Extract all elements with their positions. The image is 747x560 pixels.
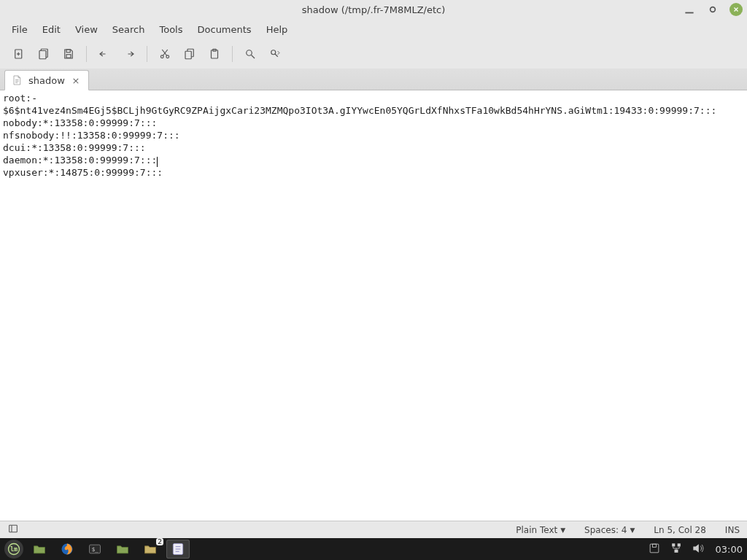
insert-mode-indicator[interactable]: INS bbox=[725, 525, 740, 535]
cursor-position: Ln 5, Col 28 bbox=[654, 525, 706, 535]
tray-removable-media-icon[interactable] bbox=[647, 541, 662, 558]
svg-line-14 bbox=[162, 50, 166, 55]
tab-active[interactable]: shadow × bbox=[4, 70, 89, 90]
svg-line-22 bbox=[275, 54, 278, 57]
svg-rect-40 bbox=[677, 543, 680, 546]
new-file-button[interactable] bbox=[7, 42, 31, 66]
side-panel-toggle[interactable] bbox=[7, 523, 19, 537]
svg-line-20 bbox=[252, 55, 255, 59]
taskbar-text-editor-window[interactable] bbox=[166, 540, 190, 559]
menu-documents[interactable]: Documents bbox=[192, 22, 258, 37]
replace-button[interactable] bbox=[263, 42, 287, 66]
window-controls bbox=[683, 0, 743, 19]
window-titlebar: shadow (/tmp/.fr-7M8MLZ/etc) bbox=[0, 0, 747, 19]
tab-close-button[interactable]: × bbox=[71, 75, 81, 85]
cut-button[interactable] bbox=[153, 42, 177, 66]
open-file-button[interactable] bbox=[32, 42, 55, 66]
svg-rect-37 bbox=[650, 544, 659, 553]
tray-clock[interactable]: 03:00 bbox=[716, 544, 743, 555]
copy-button[interactable] bbox=[178, 42, 201, 66]
chevron-down-icon: ▼ bbox=[560, 526, 565, 534]
svg-rect-16 bbox=[185, 51, 191, 59]
svg-rect-38 bbox=[652, 544, 656, 547]
menu-edit[interactable]: Edit bbox=[36, 22, 66, 37]
svg-rect-39 bbox=[672, 543, 675, 546]
indent-selector[interactable]: Spaces: 4 ▼ bbox=[584, 525, 635, 535]
toolbar bbox=[0, 39, 747, 69]
tab-label: shadow bbox=[28, 75, 65, 86]
svg-rect-9 bbox=[66, 50, 70, 52]
indent-label: Spaces: 4 bbox=[584, 525, 627, 535]
taskbar-firefox-launcher[interactable] bbox=[55, 540, 79, 559]
window-count-badge: 2 bbox=[156, 538, 163, 545]
syntax-mode-selector[interactable]: Plain Text ▼ bbox=[516, 525, 565, 535]
document-icon bbox=[11, 74, 23, 86]
undo-button[interactable] bbox=[93, 42, 116, 66]
menu-view[interactable]: View bbox=[69, 22, 104, 37]
svg-rect-26 bbox=[9, 525, 18, 532]
svg-point-1 bbox=[711, 7, 716, 12]
tray-network-icon[interactable] bbox=[669, 541, 684, 558]
menubar: File Edit View Search Tools Documents He… bbox=[0, 19, 747, 39]
syntax-mode-label: Plain Text bbox=[516, 525, 557, 535]
search-button[interactable] bbox=[239, 42, 262, 66]
menu-tools[interactable]: Tools bbox=[153, 22, 188, 37]
maximize-button[interactable] bbox=[706, 3, 719, 16]
svg-text:$_: $_ bbox=[92, 546, 99, 553]
taskbar-files-launcher[interactable] bbox=[28, 540, 51, 559]
minimize-button[interactable] bbox=[683, 3, 696, 16]
svg-rect-8 bbox=[39, 51, 46, 59]
toolbar-separator bbox=[147, 46, 147, 62]
svg-point-11 bbox=[160, 55, 163, 58]
menu-search[interactable]: Search bbox=[107, 22, 151, 37]
svg-point-19 bbox=[247, 50, 252, 56]
svg-rect-41 bbox=[674, 549, 678, 552]
close-button[interactable] bbox=[729, 3, 743, 16]
chevron-down-icon: ▼ bbox=[630, 526, 635, 534]
text-editor-area[interactable]: root:- $6$nt41vez4nSm4EGj5$BCLjh9GtGyRC9… bbox=[0, 90, 747, 521]
toolbar-separator bbox=[86, 46, 87, 62]
menu-help[interactable]: Help bbox=[260, 22, 294, 37]
tab-bar: shadow × bbox=[0, 69, 747, 90]
window-title: shadow (/tmp/.fr-7M8MLZ/etc) bbox=[302, 4, 446, 15]
paste-button[interactable] bbox=[203, 42, 226, 66]
save-button[interactable] bbox=[57, 42, 80, 66]
svg-line-13 bbox=[163, 50, 167, 55]
tray-volume-icon[interactable] bbox=[691, 541, 705, 558]
toolbar-separator bbox=[232, 46, 233, 62]
svg-point-21 bbox=[271, 50, 276, 55]
redo-button[interactable] bbox=[117, 42, 141, 66]
start-menu-button[interactable]: lm bbox=[4, 540, 23, 559]
editor-statusbar: Plain Text ▼ Spaces: 4 ▼ Ln 5, Col 28 IN… bbox=[0, 521, 747, 538]
svg-text:lm: lm bbox=[10, 545, 18, 553]
svg-point-12 bbox=[166, 55, 169, 58]
system-tray: 03:00 bbox=[647, 541, 743, 558]
taskbar-archive-window[interactable]: 2 bbox=[139, 540, 162, 559]
taskbar-files-window[interactable] bbox=[111, 540, 134, 559]
svg-rect-10 bbox=[66, 55, 71, 58]
taskbar-terminal-launcher[interactable]: $_ bbox=[83, 540, 107, 559]
menu-file[interactable]: File bbox=[6, 22, 34, 37]
os-taskbar: lm $_ 2 03:00 bbox=[0, 538, 747, 560]
